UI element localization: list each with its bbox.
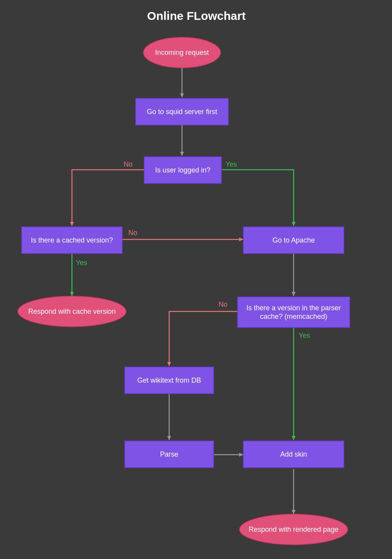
edge-logged-no-to-cached	[72, 170, 144, 226]
node-parse: Parse	[124, 441, 214, 468]
edge-logged-yes-to-apache	[222, 170, 294, 226]
node-get-wikitext: Get wikitext from DB	[124, 367, 214, 394]
node-apache: Go to Apache	[243, 227, 344, 254]
node-respond-page: Respond with rendered page	[239, 514, 348, 545]
label-cached-no: No	[128, 229, 137, 237]
edge-parsercache-no-to-getwikitext	[169, 311, 237, 366]
edges-layer	[0, 0, 392, 559]
label-parsercache-no: No	[219, 301, 228, 309]
node-cached: Is there a cached version?	[21, 227, 122, 254]
node-parser-cache: Is there a version in the parser cache? …	[237, 297, 350, 328]
diagram-title: Online FLowchart	[144, 9, 249, 23]
label-cached-yes: Yes	[76, 259, 87, 267]
label-logged-yes: Yes	[226, 160, 237, 169]
node-logged: Is user logged in?	[144, 156, 222, 184]
node-start: Incoming request	[143, 37, 221, 68]
node-add-skin: Add skin	[243, 441, 344, 468]
node-squid: Go to squid server first	[135, 98, 229, 125]
label-logged-no: No	[124, 160, 133, 169]
label-parsercache-yes: Yes	[299, 332, 310, 340]
flowchart-canvas: Online FLowchart	[0, 0, 392, 559]
node-respond-cache: Respond with cache version	[18, 296, 126, 327]
